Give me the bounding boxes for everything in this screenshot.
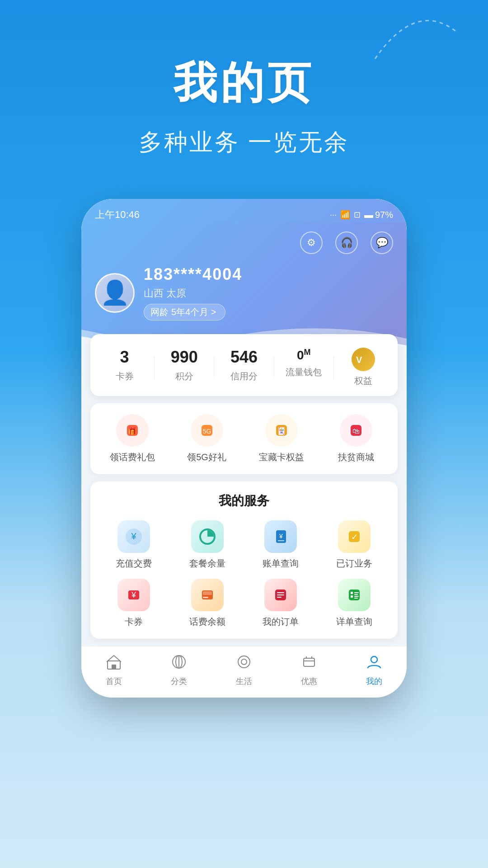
stat-points[interactable]: 990 积分 xyxy=(155,348,214,382)
service-subscribed[interactable]: ✓ 已订业务 xyxy=(320,520,389,570)
headset-button[interactable]: 🎧 xyxy=(335,231,358,254)
svg-text:🎁: 🎁 xyxy=(128,427,137,435)
stat-vip[interactable]: V 权益 xyxy=(334,348,393,387)
vip-badge: V xyxy=(352,348,375,371)
action-poverty-shop-label: 扶贫商城 xyxy=(319,451,393,463)
hero-subtitle: 多种业务 一览无余 xyxy=(0,127,488,158)
nav-discount-label: 优惠 xyxy=(277,676,342,687)
message-button[interactable]: 💬 xyxy=(371,231,393,254)
svg-rect-21 xyxy=(203,597,208,598)
action-5g-gift[interactable]: 5G 领5G好礼 xyxy=(169,414,244,463)
avatar: 👤 xyxy=(95,273,135,313)
5g-gift-icon: 5G xyxy=(191,414,223,447)
nav-mine[interactable]: 我的 xyxy=(342,654,407,687)
nav-category-label: 分类 xyxy=(146,676,211,687)
battery-level: 97% xyxy=(375,210,393,220)
header-icons: ⚙ 🎧 💬 xyxy=(95,231,393,254)
talk-fee-icon: 🎁 xyxy=(116,414,149,447)
service-package-label: 套餐余量 xyxy=(173,557,242,570)
service-balance[interactable]: 话费余额 xyxy=(173,579,242,628)
myorder-icon xyxy=(264,579,297,611)
subscribed-icon: ✓ xyxy=(338,520,371,553)
svg-rect-40 xyxy=(304,658,314,666)
action-card-benefit-label: 宝藏卡权益 xyxy=(244,451,319,463)
service-myorder-label: 我的订单 xyxy=(246,616,315,628)
svg-text:🛍: 🛍 xyxy=(352,427,360,435)
svg-rect-32 xyxy=(354,598,358,599)
stat-credit-value: 546 xyxy=(214,348,273,367)
phone-number: 183****4004 xyxy=(144,265,242,284)
svg-text:✓: ✓ xyxy=(351,533,357,542)
recharge-icon: ¥ xyxy=(117,520,150,553)
stat-flow[interactable]: 0M 流量钱包 xyxy=(274,348,333,378)
service-voucher[interactable]: ¥ 卡券 xyxy=(99,579,169,628)
svg-point-38 xyxy=(238,656,250,668)
stat-credit-label: 信用分 xyxy=(214,370,273,382)
service-balance-label: 话费余额 xyxy=(173,616,242,628)
status-icons: ··· 📶 ⊡ ▬ 97% xyxy=(330,210,393,220)
stats-card: 3 卡券 990 积分 546 信用分 0M 流量钱包 V xyxy=(90,334,398,396)
service-detail[interactable]: 详单查询 xyxy=(320,579,389,628)
profile-info: 183****4004 山西 太原 网龄 5年4个月 > xyxy=(144,265,242,321)
service-myorder[interactable]: 我的订单 xyxy=(246,579,315,628)
service-subscribed-label: 已订业务 xyxy=(320,557,389,570)
nav-discount[interactable]: 优惠 xyxy=(277,654,342,687)
stat-flow-value: 0M xyxy=(274,348,333,363)
age-label: 网龄 xyxy=(150,306,169,318)
hero-section: 我的页 多种业务 一览无余 xyxy=(0,54,488,158)
service-package[interactable]: 套餐余量 xyxy=(173,520,242,570)
nav-life-icon xyxy=(211,654,277,674)
profile-header: ⚙ 🎧 💬 👤 183****4004 山西 太原 网龄 5年4个月 > xyxy=(81,222,407,348)
poverty-shop-icon: 🛍 xyxy=(340,414,372,447)
service-recharge-label: 充值交费 xyxy=(99,557,169,570)
action-card-benefit[interactable]: 🃏 宝藏卡权益 xyxy=(244,414,319,463)
action-talk-fee-label: 领话费礼包 xyxy=(95,451,169,463)
svg-text:5G: 5G xyxy=(202,428,211,435)
nav-home-label: 首页 xyxy=(81,676,146,687)
phone-mockup: 上午10:46 ··· 📶 ⊡ ▬ 97% ⚙ 🎧 💬 👤 xyxy=(81,199,407,698)
svg-point-41 xyxy=(371,656,377,663)
status-time: 上午10:46 xyxy=(95,208,140,222)
service-detail-label: 详单查询 xyxy=(320,616,389,628)
service-bill[interactable]: ¥ 账单查询 xyxy=(246,520,315,570)
wifi-icon: 📶 xyxy=(340,210,350,220)
phone-screen: 上午10:46 ··· 📶 ⊡ ▬ 97% ⚙ 🎧 💬 👤 xyxy=(81,199,407,698)
nav-life[interactable]: 生活 xyxy=(211,654,277,687)
stat-flow-label: 流量钱包 xyxy=(274,366,333,378)
svg-text:¥: ¥ xyxy=(131,590,136,599)
settings-button[interactable]: ⚙ xyxy=(300,231,323,254)
profile-location: 山西 太原 xyxy=(144,287,242,300)
stat-points-label: 积分 xyxy=(155,370,214,382)
nav-home[interactable]: 首页 xyxy=(81,654,146,687)
hero-title: 我的页 xyxy=(0,54,488,113)
nav-home-icon xyxy=(81,654,146,674)
nav-mine-label: 我的 xyxy=(342,676,407,687)
svg-rect-34 xyxy=(112,665,116,669)
account-age-badge[interactable]: 网龄 5年4个月 > xyxy=(144,304,225,321)
stat-vip-label: 权益 xyxy=(334,375,393,387)
nav-category[interactable]: 分类 xyxy=(146,654,211,687)
age-value: 5年4个月 > xyxy=(171,306,216,318)
svg-rect-25 xyxy=(277,597,282,598)
action-poverty-shop[interactable]: 🛍 扶贫商城 xyxy=(319,414,393,463)
detail-icon xyxy=(338,579,371,611)
stat-coupons[interactable]: 3 卡券 xyxy=(95,348,154,382)
voucher-icon: ¥ xyxy=(117,579,150,611)
profile-row: 👤 183****4004 山西 太原 网龄 5年4个月 > xyxy=(95,265,393,321)
stat-coupons-label: 卡券 xyxy=(95,370,154,382)
nav-mine-icon xyxy=(342,654,407,674)
stat-coupons-value: 3 xyxy=(95,348,154,367)
stat-credit[interactable]: 546 信用分 xyxy=(214,348,273,382)
services-grid: ¥ 充值交费 套餐余量 xyxy=(99,520,389,628)
services-title: 我的服务 xyxy=(99,492,389,509)
nav-discount-icon xyxy=(277,654,342,674)
svg-rect-31 xyxy=(354,596,359,597)
svg-point-39 xyxy=(241,659,247,665)
battery-icon: ▬ 97% xyxy=(364,210,393,220)
service-recharge[interactable]: ¥ 充值交费 xyxy=(99,520,169,570)
service-bill-label: 账单查询 xyxy=(246,557,315,570)
svg-rect-23 xyxy=(277,592,284,593)
action-talk-fee[interactable]: 🎁 领话费礼包 xyxy=(95,414,169,463)
svg-text:¥: ¥ xyxy=(279,533,283,540)
svg-rect-14 xyxy=(278,540,284,541)
